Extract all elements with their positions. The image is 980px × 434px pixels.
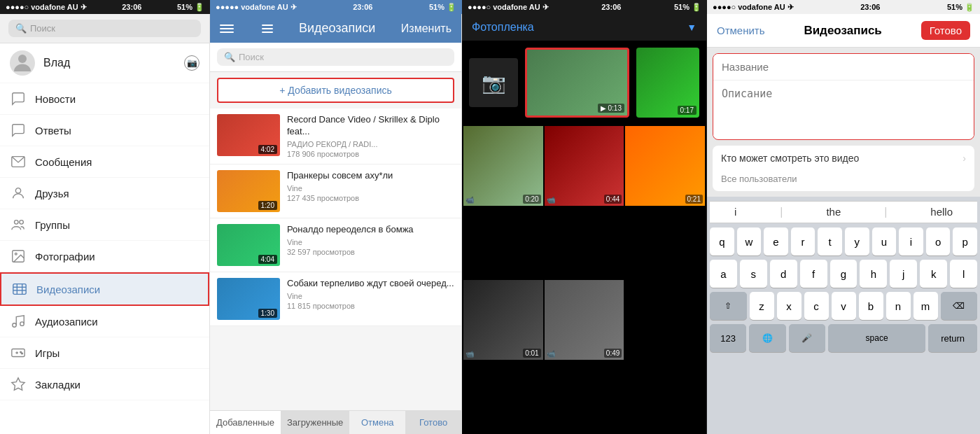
sidebar-item-videos[interactable]: Видеозаписи [0,272,209,306]
key-e[interactable]: e [764,227,788,255]
sidebar-messages-label: Сообщения [35,156,200,168]
list-icon[interactable] [262,24,273,33]
sidebar-games-label: Игры [35,347,200,359]
list-item[interactable]: 1:30 Собаки терпеливо ждут своей очеред.… [210,272,461,326]
key-c[interactable]: c [804,292,829,320]
add-video-button[interactable]: + Добавить видеозапись [217,78,454,103]
status-time-3: 23:06 [601,3,621,11]
grid-duration-3: 0:01 [523,349,540,358]
key-f[interactable]: f [800,260,827,288]
status-time-2: 23:06 [353,3,372,11]
globe-key[interactable]: 🌐 [749,324,785,352]
key-o[interactable]: o [926,227,951,255]
videos-edit-button[interactable]: Изменить [401,22,451,35]
shift-key[interactable]: ⇧ [710,292,747,320]
video-description-input[interactable] [713,80,974,136]
camera-icon[interactable]: 📷 [184,55,200,71]
svg-point-13 [20,322,24,326]
form-done-button[interactable]: Готово [921,21,970,40]
status-carrier-1: ●●●●○ vodafone AU ✈ [6,3,87,12]
videos-icon [11,281,28,298]
suggestion-the[interactable]: the [826,206,841,218]
videos-tabs-bar: Добавленные Загруженные Отмена Готово [210,410,461,434]
privacy-row[interactable]: Кто может смотреть это видео › [713,146,974,171]
space-key[interactable]: space [828,324,925,352]
sidebar-item-photos[interactable]: Фотографии [0,241,209,272]
list-item[interactable]: 4:04 Роналдо переоделся в бомжа Vine 32 … [210,218,461,272]
grid-item-4[interactable]: 📹 0:49 [545,280,624,360]
sidebar-item-groups[interactable]: Группы [0,209,209,241]
key-h[interactable]: h [860,260,887,288]
grid-duration-1: 0:44 [604,195,622,204]
key-s[interactable]: s [740,260,767,288]
avatar-icon [10,50,35,76]
video-thumbnail-2: 4:04 [217,224,280,266]
sidebar-item-messages[interactable]: Сообщения [0,146,209,178]
key-u[interactable]: u [872,227,897,255]
key-w[interactable]: w [737,227,762,255]
grid-duration-2: 0:21 [685,195,703,204]
key-t[interactable]: t [818,227,842,255]
video-source-0: РАДИО РЕКОРД / RADI... [287,140,454,148]
tab-uploaded[interactable]: Загруженные [281,411,349,434]
key-y[interactable]: y [845,227,869,255]
video-views-0: 178 906 просмотров [287,150,454,158]
num-key[interactable]: 123 [710,324,746,352]
videos-search-input-display[interactable]: 🔍 Поиск [217,48,454,66]
video-duration-0: 4:02 [258,145,277,154]
grid-item-1[interactable]: 📹 0:44 [545,126,624,206]
privacy-section[interactable]: Кто может смотреть это видео › Все польз… [713,146,974,191]
picker-chevron-icon: ▼ [687,22,696,33]
key-a[interactable]: a [710,260,737,288]
delete-key[interactable]: ⌫ [941,292,978,320]
status-bar-3: ●●●●○ vodafone AU ✈ 23:06 51% 🔋 [462,0,707,14]
carrier-name-1: vodafone AU [31,3,78,11]
sidebar-item-friends[interactable]: Друзья [0,178,209,209]
status-battery-4: 51% 🔋 [947,3,974,12]
picker-title: Фотопленка [472,21,534,34]
hamburger-menu-icon[interactable] [220,24,234,33]
key-n[interactable]: n [886,292,911,320]
key-b[interactable]: b [859,292,883,320]
tab-done-videos[interactable]: Готово [405,411,461,434]
sidebar-item-bookmarks[interactable]: Закладки [0,369,209,400]
tab-cancel[interactable]: Отмена [349,411,405,434]
key-d[interactable]: d [770,260,797,288]
cam-icon-grid-0: 📹 [465,196,474,204]
suggestion-i[interactable]: i [734,206,736,218]
sidebar-search-input-display[interactable]: 🔍 Поиск [8,20,201,37]
key-g[interactable]: g [830,260,858,288]
sidebar-item-news[interactable]: Новости [0,83,209,115]
sidebar-item-user[interactable]: Влад 📷 [0,43,209,83]
sidebar-item-answers[interactable]: Ответы [0,115,209,146]
return-key[interactable]: return [928,324,977,352]
keyboard-row-3: ⇧ z x c v b n m ⌫ [710,292,977,320]
key-q[interactable]: q [710,227,734,255]
form-cancel-button[interactable]: Отменить [717,24,765,36]
key-l[interactable]: l [950,260,977,288]
picker-header: Фотопленка ▼ [462,14,706,41]
key-i[interactable]: i [899,227,923,255]
list-item[interactable]: 4:02 Record Dance Video / Skrillex & Dip… [210,108,461,164]
grid-item-2[interactable]: 0:21 [625,126,705,206]
status-carrier-4: ●●●●○ vodafone AU ✈ [713,3,794,12]
tab-added[interactable]: Добавленные [210,411,281,434]
key-r[interactable]: r [791,227,816,255]
key-k[interactable]: k [920,260,947,288]
key-p[interactable]: p [953,227,977,255]
sidebar-item-audio[interactable]: Аудиозаписи [0,306,209,337]
key-v[interactable]: v [832,292,856,320]
key-j[interactable]: j [890,260,917,288]
mic-key[interactable]: 🎤 [789,324,825,352]
videos-list: 4:02 Record Dance Video / Skrillex & Dip… [210,108,461,410]
grid-item-0[interactable]: 📹 0:20 [463,126,543,206]
picker-camera-button[interactable]: 📷 [469,58,518,107]
key-x[interactable]: x [777,292,802,320]
video-name-input[interactable] [713,54,974,80]
suggestion-hello[interactable]: hello [930,206,953,218]
key-z[interactable]: z [750,292,774,320]
list-item[interactable]: 1:20 Пранкеры совсем аху*ли Vine 127 435… [210,164,461,218]
sidebar-item-games[interactable]: Игры [0,337,209,369]
key-m[interactable]: m [913,292,938,320]
grid-item-3[interactable]: 📹 0:01 [463,280,543,360]
